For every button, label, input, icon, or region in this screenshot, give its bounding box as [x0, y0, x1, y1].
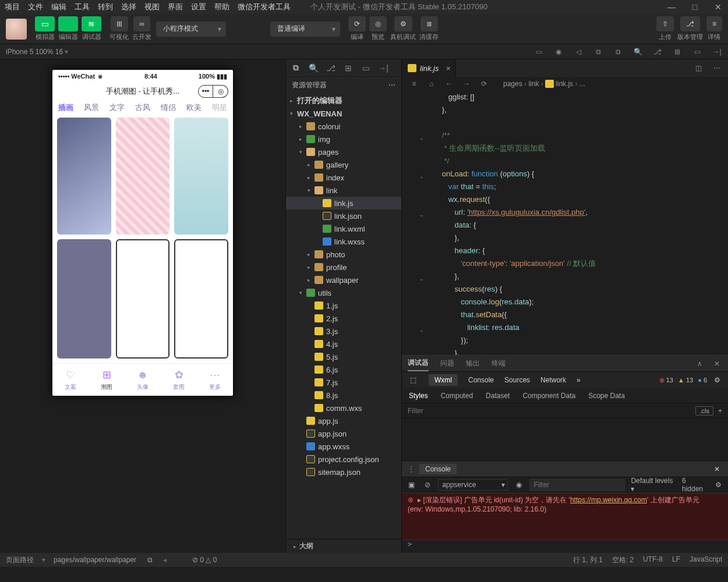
status-item[interactable]: 空格: 2	[612, 555, 634, 565]
collapse-icon[interactable]: ∧	[694, 360, 705, 368]
devbar-icon-7[interactable]: ⊞	[672, 48, 683, 56]
close-panel-icon[interactable]: ✕	[712, 360, 722, 368]
mode-select[interactable]: 小程序模式	[156, 22, 226, 37]
tabbar-item[interactable]: ⋯更多	[197, 364, 233, 396]
console-sidebar-icon[interactable]: ▣	[407, 481, 416, 489]
tree-node[interactable]: app.wxss	[286, 440, 401, 453]
context-select[interactable]: appservice▾	[438, 479, 508, 491]
cat-tab[interactable]: 文字	[109, 102, 125, 113]
maximize-button[interactable]: □	[690, 2, 700, 12]
style-tab[interactable]: Dataset	[486, 392, 510, 400]
warning-badge[interactable]: 13	[678, 377, 693, 384]
status-item[interactable]: JavaScript	[690, 555, 722, 565]
copy-path-icon[interactable]: ⧉	[144, 556, 155, 564]
outline-section[interactable]: ▸ 大纲	[286, 539, 401, 553]
project-root[interactable]: ▾WX_WENAN	[286, 107, 401, 120]
info-badge[interactable]: 6	[698, 377, 707, 384]
capsule-menu[interactable]: •••	[198, 85, 213, 98]
console-toggle-icon[interactable]: ⋮	[408, 465, 415, 473]
devbar-icon-8[interactable]: ▭	[692, 48, 702, 56]
style-tab[interactable]: Styles	[409, 392, 428, 400]
tree-node[interactable]: 2.js	[286, 312, 401, 325]
menu-item[interactable]: 转到	[98, 2, 113, 12]
tree-node[interactable]: 3.js	[286, 325, 401, 338]
style-tab[interactable]: Scope Data	[588, 392, 625, 400]
可视化-button[interactable]: ⊞	[111, 16, 128, 31]
error-link[interactable]: https://mp.weixin.qq.com	[570, 496, 647, 504]
debug-tab[interactable]: 调试器	[408, 356, 429, 371]
cat-tab[interactable]: 古风	[135, 102, 150, 113]
devtool-tab[interactable]: Console	[468, 376, 494, 384]
editor-nav-3[interactable]: →	[461, 80, 472, 88]
tree-node[interactable]: ▾utils	[286, 286, 401, 299]
debug-tab[interactable]: 问题	[440, 359, 454, 368]
tree-node[interactable]: comm.wxs	[286, 402, 401, 414]
tabbar-item[interactable]: ♡文案	[52, 364, 89, 396]
cat-tab[interactable]: 情侣	[161, 102, 176, 113]
editor-nav-0[interactable]: ≡	[409, 80, 419, 88]
devbar-icon-9[interactable]: →|	[712, 48, 722, 56]
add-style-button[interactable]: +	[718, 407, 722, 415]
tree-node[interactable]: sitemap.json	[286, 466, 401, 478]
tree-node[interactable]: link.json	[286, 210, 401, 222]
status-item[interactable]: UTF-8	[643, 555, 663, 565]
thumb[interactable]	[57, 239, 111, 359]
explorer-action-2[interactable]: ⎇	[326, 63, 336, 73]
tree-node[interactable]: 1.js	[286, 299, 401, 312]
menu-item[interactable]: 视图	[144, 2, 160, 12]
devbar-icon-2[interactable]: ◁	[573, 48, 584, 56]
status-item[interactable]: 行 1, 列 1	[573, 555, 603, 565]
tree-node[interactable]: ▸index	[286, 171, 401, 184]
thumb[interactable]	[174, 118, 228, 235]
breadcrumb[interactable]: ≡⌂←→⟳ pages › link › link.js › ...	[402, 77, 728, 91]
editor-nav-1[interactable]: ⌂	[426, 80, 437, 88]
tree-node[interactable]: project.config.json	[286, 453, 401, 466]
thumb[interactable]	[57, 118, 111, 235]
devbar-icon-0[interactable]: ▭	[533, 48, 544, 56]
explorer-action-0[interactable]: ⧉	[291, 63, 301, 73]
simulator[interactable]: ••••• WeChat ⨳ 8:44 100% ▮▮▮ 手机潮图 - 让手机秀…	[52, 70, 233, 396]
capsule-close[interactable]: ◎	[213, 85, 228, 98]
tabbar-item[interactable]: ⊞潮图	[89, 364, 125, 396]
collapse-arrow-icon[interactable]: ◂	[163, 556, 167, 564]
style-tab[interactable]: Computed	[441, 392, 473, 400]
compile-select[interactable]: 普通编译	[270, 22, 340, 37]
clear-console-icon[interactable]: ⊘	[422, 481, 432, 489]
cat-tab[interactable]: 明星	[212, 102, 227, 113]
page-path[interactable]: pages/wallpaper/wallpaper	[54, 556, 136, 564]
opened-editors[interactable]: ▸打开的编辑器	[286, 94, 401, 107]
menu-item[interactable]: 微信开发者工具	[238, 2, 291, 12]
styles-filter[interactable]	[408, 407, 695, 415]
editor-nav-2[interactable]: ←	[444, 80, 454, 88]
explorer-action-1[interactable]: 🔍	[308, 63, 319, 73]
explorer-action-5[interactable]: →|	[378, 63, 388, 73]
minimize-button[interactable]: —	[666, 2, 677, 12]
thumb[interactable]	[174, 239, 228, 359]
devbar-icon-6[interactable]: ⎇	[652, 48, 663, 56]
more-tabs-icon[interactable]: »	[577, 376, 581, 384]
gear-icon[interactable]: ⚙	[712, 376, 722, 384]
编辑器-button[interactable]	[58, 16, 78, 31]
console-prompt[interactable]: >	[402, 540, 728, 553]
hidden-count[interactable]: 6 hidden	[682, 477, 708, 493]
tabbar-item[interactable]: ✿套图	[161, 364, 197, 396]
menu-item[interactable]: 工具	[75, 2, 90, 12]
console-close-icon[interactable]: ✕	[712, 465, 722, 473]
模拟器-button[interactable]: ▭	[35, 16, 55, 31]
tree-node[interactable]: 8.js	[286, 389, 401, 402]
tree-node[interactable]: ▾pages	[286, 146, 401, 158]
more-icon[interactable]: ⋯	[388, 81, 395, 89]
problems-count[interactable]: ⊘ 0 △ 0	[192, 556, 217, 564]
云开发-button[interactable]: ∞	[133, 16, 150, 31]
详情-button[interactable]: ≡	[706, 16, 722, 31]
真机调试-button[interactable]: ⚙	[394, 16, 412, 31]
调试器-button[interactable]: ≋	[82, 16, 101, 31]
menu-item[interactable]: 选择	[121, 2, 136, 12]
tree-node[interactable]: ▸photo	[286, 248, 401, 261]
debug-tab[interactable]: 输出	[466, 359, 480, 368]
menu-item[interactable]: 文件	[28, 2, 43, 12]
清缓存-button[interactable]: ≣	[420, 16, 438, 31]
cat-tab[interactable]: 风景	[84, 102, 99, 113]
tree-node[interactable]: ▸gallery	[286, 158, 401, 171]
预览-button[interactable]: ◎	[369, 16, 387, 31]
